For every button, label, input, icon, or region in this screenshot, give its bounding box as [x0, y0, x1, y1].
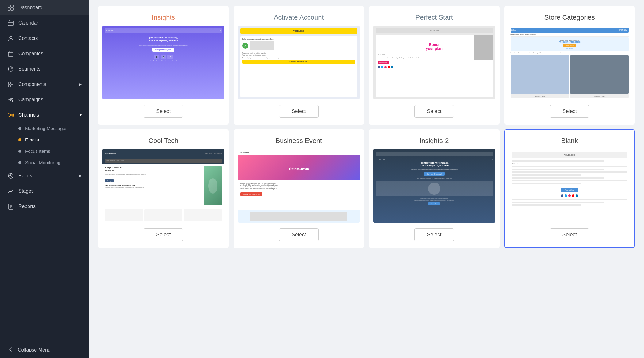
- template-preview-insights2: YOURLOGO ↗ {contactfield=firstname},Ask …: [373, 149, 495, 223]
- stages-icon: [7, 188, 14, 194]
- sidebar-sub-marketing-messages[interactable]: Marketing Messages: [0, 123, 89, 134]
- sidebar-item-label: Reports: [18, 204, 82, 209]
- calendar-icon: [7, 20, 14, 26]
- select-button-store[interactable]: Select: [550, 105, 589, 118]
- campaigns-icon: [7, 96, 14, 103]
- template-preview-insights: YOURLOGO↗ {contactfield=firstname},Ask t…: [102, 26, 224, 99]
- sidebar-item-contacts[interactable]: Contacts: [0, 31, 89, 46]
- sidebar-item-reports[interactable]: Reports: [0, 199, 89, 214]
- sidebar-item-label: Channels: [18, 112, 75, 118]
- template-preview-blank: YOURLOGO Hi First Name,: [509, 149, 631, 223]
- sidebar-sub-focus-items[interactable]: Focus Items: [0, 145, 89, 157]
- template-title-blank: Blank: [556, 130, 583, 149]
- template-title-activate: Activate Account: [269, 7, 329, 26]
- chevron-right-icon: ▶: [79, 82, 82, 87]
- sidebar-item-components[interactable]: Components ▶: [0, 77, 89, 92]
- svg-rect-14: [11, 85, 13, 87]
- sidebar-item-channels[interactable]: Channels ▾: [0, 107, 89, 123]
- sidebar-item-stages[interactable]: Stages: [0, 183, 89, 199]
- template-card-store: Store Categories NetShop OPEN NOW + Onli…: [504, 6, 635, 125]
- channels-icon: [7, 112, 14, 118]
- sidebar-sub-emails[interactable]: Emails: [0, 134, 89, 145]
- sidebar-sub-label: Emails: [25, 137, 39, 142]
- template-card-insights: Insights YOURLOGO↗ {contactfield=firstna…: [98, 6, 229, 125]
- reports-icon: [7, 203, 14, 210]
- sub-item-dot: [18, 161, 21, 164]
- select-button-perfect[interactable]: Select: [414, 105, 454, 118]
- sidebar-item-label: Stages: [18, 188, 82, 194]
- svg-rect-4: [8, 21, 13, 26]
- template-preview-business: YOURLOGO ONLINE EVENT ●●● The Next Event…: [238, 149, 360, 223]
- sidebar-item-label: Campaigns: [18, 97, 82, 102]
- svg-rect-12: [11, 82, 13, 84]
- collapse-icon: [7, 346, 13, 354]
- svg-point-8: [10, 36, 12, 39]
- sidebar-collapse-button[interactable]: Collapse Menu: [0, 342, 89, 358]
- chevron-down-icon: ▾: [80, 113, 82, 117]
- points-icon: [7, 172, 14, 179]
- sidebar-item-calendar[interactable]: Calendar: [0, 15, 89, 31]
- sidebar-item-dashboard[interactable]: Dashboard: [0, 0, 89, 15]
- sidebar-item-companies[interactable]: Companies: [0, 46, 89, 61]
- select-button-blank[interactable]: Select: [550, 228, 589, 241]
- sidebar-sub-label: Marketing Messages: [25, 126, 67, 131]
- svg-rect-1: [11, 5, 13, 7]
- sidebar: Dashboard Calendar Contacts Companies Se…: [0, 0, 89, 358]
- sidebar-item-label: Companies: [18, 51, 82, 56]
- template-card-perfect: Perfect Start YOURLOGO Boostyour plan Hi…: [369, 6, 500, 125]
- svg-rect-0: [8, 5, 10, 7]
- svg-point-19: [10, 175, 11, 176]
- contacts-icon: [7, 35, 14, 42]
- template-preview-store: NetShop OPEN NOW + Online | Fashion | Bo…: [509, 26, 631, 99]
- template-title-store: Store Categories: [539, 7, 600, 26]
- template-card-cooltech: Cool Tech YOURLOGO Main Menu / Tools / D…: [98, 129, 229, 248]
- sidebar-item-label: Segments: [18, 66, 82, 72]
- svg-rect-13: [8, 85, 10, 87]
- collapse-label: Collapse Menu: [18, 347, 51, 353]
- svg-rect-9: [8, 52, 13, 56]
- chevron-right-icon: ▶: [79, 174, 82, 178]
- sidebar-item-label: Components: [18, 82, 75, 87]
- template-title-insights: Insights: [147, 7, 180, 26]
- companies-icon: [7, 50, 14, 57]
- segments-icon: [7, 66, 14, 72]
- select-button-insights2[interactable]: Select: [414, 228, 454, 241]
- sub-item-dot: [18, 127, 21, 130]
- template-card-blank: Blank YOURLOGO Hi First Name,: [504, 129, 635, 248]
- sidebar-item-campaigns[interactable]: Campaigns: [0, 92, 89, 107]
- sidebar-item-label: Contacts: [18, 36, 82, 41]
- svg-rect-11: [8, 82, 10, 84]
- sidebar-item-points[interactable]: Points ▶: [0, 168, 89, 183]
- template-card-business: Business Event YOURLOGO ONLINE EVENT ●●●…: [234, 129, 364, 248]
- components-icon: [7, 81, 14, 88]
- templates-grid: Insights YOURLOGO↗ {contactfield=firstna…: [98, 6, 635, 248]
- main-content: Insights YOURLOGO↗ {contactfield=firstna…: [89, 0, 644, 358]
- select-button-business[interactable]: Select: [279, 228, 319, 241]
- template-preview-activate: YOURLOGO Hello Username, registration co…: [238, 26, 360, 99]
- sub-item-dot: [18, 150, 21, 153]
- template-title-cooltech: Cool Tech: [144, 130, 183, 149]
- select-button-insights[interactable]: Select: [144, 105, 183, 118]
- select-button-activate[interactable]: Select: [279, 105, 319, 118]
- sidebar-sub-label: Social Monitoring: [25, 160, 60, 165]
- template-title-business: Business Event: [270, 130, 327, 149]
- svg-rect-3: [11, 8, 13, 10]
- sidebar-item-segments[interactable]: Segments: [0, 61, 89, 77]
- svg-rect-2: [8, 8, 10, 10]
- svg-point-16: [10, 114, 12, 116]
- template-title-insights2: Insights-2: [415, 130, 454, 149]
- template-preview-perfect: YOURLOGO Boostyour plan Hi First Name,So…: [373, 26, 495, 99]
- sidebar-item-label: Dashboard: [18, 5, 82, 10]
- template-title-perfect: Perfect Start: [411, 7, 458, 26]
- select-button-cooltech[interactable]: Select: [144, 228, 183, 241]
- sub-item-dot: [18, 138, 21, 141]
- sidebar-sub-social-monitoring[interactable]: Social Monitoring: [0, 157, 89, 168]
- template-preview-cooltech: YOURLOGO Main Menu / Tools / Docs Item T…: [102, 149, 224, 223]
- sidebar-item-label: Points: [18, 173, 75, 179]
- template-card-activate: Activate Account YOURLOGO Hello Username…: [234, 6, 364, 125]
- dashboard-icon: [7, 4, 14, 11]
- template-card-insights2: Insights-2 YOURLOGO ↗ {contactfield=firs…: [369, 129, 500, 248]
- sidebar-sub-label: Focus Items: [25, 148, 50, 154]
- sidebar-item-label: Calendar: [18, 20, 82, 26]
